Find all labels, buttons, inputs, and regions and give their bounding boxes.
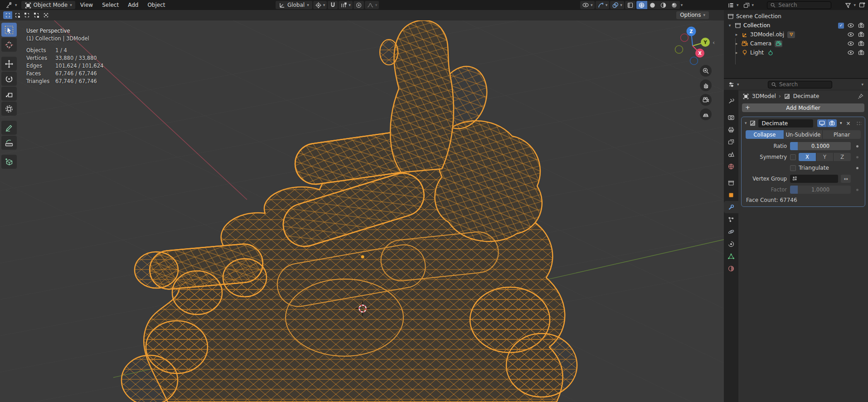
modifier-badge-icon[interactable] [787,31,795,38]
render-visibility-icon[interactable] [858,31,865,38]
expand-caret-icon[interactable]: ▸ [734,32,739,37]
shading-solid-button[interactable] [647,1,658,9]
properties-editor-type-button[interactable]: ▾ [727,80,741,88]
tab-collapse[interactable]: Collapse [746,130,784,139]
menu-object[interactable]: Object [143,1,169,9]
tab-material[interactable] [724,262,738,275]
tab-output[interactable] [724,123,738,136]
tool-measure[interactable] [1,136,17,150]
options-button[interactable]: Options ▾ [676,11,709,19]
select-mode-subtract[interactable] [22,11,31,19]
collapse-caret-icon[interactable]: ▾ [745,121,747,125]
axis-x-button[interactable]: X [799,153,816,161]
tool-add-cube[interactable] [1,155,17,169]
select-mode-intersect[interactable] [41,11,50,19]
render-visibility-icon[interactable] [858,22,865,29]
tab-object[interactable] [724,189,738,201]
render-visibility-icon[interactable] [858,49,865,56]
object-type-visibility-selector[interactable]: ▾ [580,1,595,9]
new-collection-button[interactable] [858,1,866,9]
drag-handle-icon[interactable] [856,121,862,125]
factor-slider[interactable]: 1.0000 [790,186,851,194]
tab-world[interactable] [724,160,738,172]
gizmo-neg-x[interactable] [681,34,689,42]
symmetry-checkbox[interactable] [790,154,796,160]
animate-dot[interactable] [856,189,858,191]
animate-dot[interactable] [856,145,858,147]
tab-view-layer[interactable] [724,136,738,148]
light-data-icon[interactable] [767,49,775,56]
breadcrumb-object[interactable]: 3DModel [752,93,776,99]
outliner-editor-type-button[interactable]: ▾ [726,1,740,9]
select-mode-invert[interactable] [32,11,41,19]
wireframe-model[interactable] [121,20,577,402]
sidebar-collapse-arrow[interactable]: ‹ [713,39,715,46]
shading-rendered-button[interactable] [669,1,680,9]
outliner-row-scene-collection[interactable]: Scene Collection [724,12,868,21]
menu-view[interactable]: View [76,1,97,9]
navigation-gizmo[interactable]: Z Y X [674,24,712,67]
gizmo-neg-y[interactable] [675,46,683,54]
close-icon[interactable]: × [845,120,851,127]
overlays-toggle[interactable]: ▾ [610,1,624,9]
outliner-search[interactable] [767,1,831,9]
tool-annotate[interactable] [1,121,17,135]
eye-icon[interactable] [847,49,854,56]
tool-cursor[interactable] [1,38,17,52]
toggle-perspective-button[interactable] [700,108,712,120]
tab-particles[interactable] [724,213,738,226]
animate-dot[interactable] [856,167,858,169]
tab-modifiers[interactable] [724,201,738,213]
viewport-3d[interactable]: ▾ Object Mode ▾ View Select Add Object G… [0,0,724,402]
invert-vertex-group-button[interactable]: ↔ [841,175,851,183]
properties-search[interactable] [768,81,832,88]
tool-scale[interactable] [1,87,17,101]
tab-collection[interactable] [724,176,738,189]
vertex-group-field[interactable] [790,175,838,183]
select-mode-new[interactable] [3,11,12,19]
outliner-display-mode-button[interactable]: ▾ [742,1,756,9]
camera-view-button[interactable] [700,94,712,106]
shading-wireframe-button[interactable] [636,1,647,9]
menu-select[interactable]: Select [98,1,123,9]
eye-icon[interactable] [847,31,854,38]
pivot-point-selector[interactable]: ▾ [313,1,327,9]
proportional-falloff-selector[interactable]: ▾ [365,1,379,9]
gizmo-neg-z[interactable] [690,57,698,65]
shading-material-button[interactable] [658,1,669,9]
properties-options-button[interactable]: ▾ [859,83,865,87]
tab-scene[interactable] [724,148,738,160]
outliner-filter-button[interactable]: ▾ [843,1,857,9]
ratio-slider[interactable]: 0.1000 [790,142,851,150]
tool-move[interactable] [1,57,17,71]
select-mode-extend[interactable] [13,11,22,19]
tool-rotate[interactable] [1,72,17,86]
tool-select-box[interactable] [1,23,17,37]
tab-tool[interactable] [724,95,738,107]
pan-button[interactable] [700,79,712,91]
expand-caret-icon[interactable]: ▾ [727,23,732,28]
outliner-row-3dmodel[interactable]: ▸ 3DModel.obj [724,30,868,39]
eye-icon[interactable] [847,22,854,29]
animate-dot[interactable] [856,156,858,158]
xray-toggle[interactable] [625,1,635,9]
snap-toggle[interactable] [328,1,338,9]
proportional-editing-toggle[interactable] [354,1,364,9]
show-in-viewport-toggle[interactable] [817,119,827,127]
mode-selector[interactable]: Object Mode ▾ [21,1,75,9]
modifier-extras-button[interactable]: ▾ [839,121,843,125]
tab-constraints[interactable] [724,238,738,250]
transform-orientation-selector[interactable]: Global ▾ [276,1,312,9]
properties-search-input[interactable] [779,81,829,88]
breadcrumb-modifier[interactable]: Decimate [793,93,820,99]
tab-render[interactable] [724,111,738,123]
modifier-name-field[interactable]: Decimate [758,119,813,127]
add-modifier-button[interactable]: + Add Modifier [742,103,864,112]
tab-object-data[interactable] [724,250,738,262]
render-visibility-icon[interactable] [858,40,865,47]
outliner-search-input[interactable] [778,2,828,8]
outliner-row-camera[interactable]: ▸ Camera [724,39,868,48]
eye-icon[interactable] [847,40,854,47]
tab-physics[interactable] [724,226,738,238]
collection-checkbox[interactable]: ✓ [838,23,844,29]
